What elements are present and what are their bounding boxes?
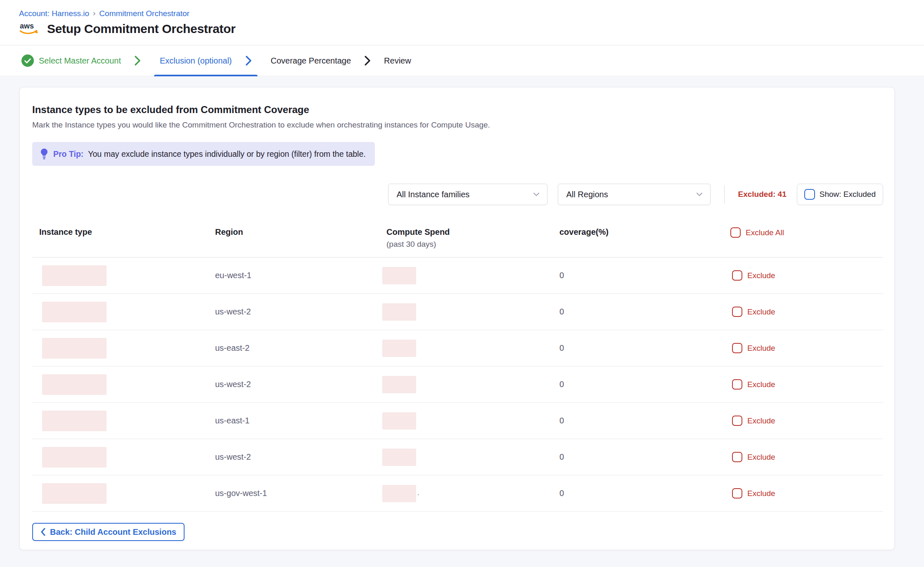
redacted-compute-spend bbox=[382, 267, 416, 284]
exclude-label: Exclude bbox=[747, 271, 775, 280]
check-circle-icon bbox=[21, 54, 34, 67]
table-header-row: Instance type Region Compute Spend (past… bbox=[32, 227, 883, 258]
filters-row: All Instance families All Regions Exclud… bbox=[32, 184, 883, 205]
table-row: us-west-2 0 Exclude bbox=[32, 294, 883, 330]
col-header-coverage: coverage(%) bbox=[552, 227, 726, 237]
exclude-checkbox[interactable] bbox=[732, 452, 742, 462]
aws-logo-icon: aws bbox=[19, 21, 40, 36]
exclude-checkbox[interactable] bbox=[732, 488, 742, 498]
exclude-all-label: Exclude All bbox=[746, 228, 784, 237]
excluded-count: Excluded: 41 bbox=[738, 190, 787, 199]
breadcrumb-page-link[interactable]: Commitment Orchestrator bbox=[99, 9, 190, 18]
protip-label: Pro Tip: bbox=[53, 149, 83, 159]
coverage-cell: 0 bbox=[552, 380, 726, 389]
exclude-label: Exclude bbox=[747, 489, 775, 498]
panel-subheading: Mark the Instance types you would like t… bbox=[32, 120, 883, 130]
col-header-region: Region bbox=[212, 227, 382, 237]
filters-divider bbox=[724, 185, 725, 203]
lightbulb-icon bbox=[40, 148, 49, 160]
breadcrumb: Account: Harness.io › Commitment Orchest… bbox=[19, 9, 924, 18]
table-row: us-gov-west-1 . 0 Exclude bbox=[32, 475, 883, 512]
coverage-cell: 0 bbox=[552, 307, 726, 317]
region-cell: us-west-2 bbox=[212, 452, 382, 462]
topbar: Account: Harness.io › Commitment Orchest… bbox=[0, 0, 924, 45]
stepper: Select Master Account Exclusion (optiona… bbox=[0, 45, 924, 76]
redacted-compute-spend bbox=[382, 449, 416, 466]
redacted-instance-type bbox=[42, 265, 107, 286]
redacted-compute-spend bbox=[382, 412, 416, 430]
show-excluded-label: Show: Excluded bbox=[820, 190, 876, 199]
svg-text:aws: aws bbox=[20, 22, 34, 30]
back-button-label: Back: Child Account Exclusions bbox=[50, 527, 176, 537]
show-excluded-checkbox[interactable] bbox=[804, 189, 815, 200]
region-cell: us-west-2 bbox=[212, 380, 382, 389]
instance-families-dropdown[interactable]: All Instance families bbox=[388, 184, 547, 205]
panel-heading: Instance types to be excluded from Commi… bbox=[32, 104, 883, 116]
exclude-label: Exclude bbox=[747, 344, 775, 353]
redacted-instance-type bbox=[42, 374, 107, 395]
exclude-checkbox[interactable] bbox=[732, 270, 742, 281]
chevron-right-icon bbox=[134, 55, 141, 66]
col-header-exclude-all: Exclude All bbox=[726, 227, 883, 238]
exclude-label: Exclude bbox=[747, 453, 775, 462]
compute-spend-title: Compute Spend bbox=[386, 227, 552, 237]
redacted-compute-spend bbox=[382, 303, 416, 321]
redacted-instance-type bbox=[42, 338, 107, 359]
redacted-instance-type bbox=[42, 302, 107, 322]
instance-families-value: All Instance families bbox=[397, 190, 470, 199]
coverage-cell: 0 bbox=[552, 416, 726, 425]
chevron-left-icon bbox=[40, 528, 45, 536]
exclude-all-checkbox[interactable] bbox=[730, 227, 741, 238]
compute-spend-subtitle: (past 30 days) bbox=[386, 240, 552, 249]
breadcrumb-account-link[interactable]: Account: Harness.io bbox=[19, 9, 89, 18]
chevron-down-icon bbox=[696, 192, 703, 196]
redacted-compute-spend bbox=[382, 485, 416, 502]
step-coverage-percentage[interactable]: Coverage Percentage bbox=[271, 56, 351, 66]
protip-text: You may exclude instance types individua… bbox=[88, 149, 365, 159]
coverage-cell: 0 bbox=[552, 343, 726, 353]
region-cell: us-east-2 bbox=[212, 343, 382, 353]
table-row: us-east-2 0 Exclude bbox=[32, 330, 883, 366]
content-area: Instance types to be excluded from Commi… bbox=[0, 77, 924, 567]
chevron-right-icon bbox=[245, 55, 252, 66]
exclude-checkbox[interactable] bbox=[732, 416, 742, 426]
step-review[interactable]: Review bbox=[384, 56, 411, 66]
back-button[interactable]: Back: Child Account Exclusions bbox=[32, 523, 185, 541]
breadcrumb-chevron-icon: › bbox=[93, 9, 95, 18]
exclude-checkbox[interactable] bbox=[732, 307, 742, 317]
table-row: us-west-2 0 Exclude bbox=[32, 439, 883, 475]
show-excluded-toggle[interactable]: Show: Excluded bbox=[797, 184, 883, 205]
exclude-label: Exclude bbox=[747, 416, 775, 425]
coverage-cell: 0 bbox=[552, 271, 726, 280]
coverage-cell: 0 bbox=[552, 452, 726, 462]
coverage-cell: 0 bbox=[552, 489, 726, 498]
region-cell: us-gov-west-1 bbox=[212, 489, 382, 498]
step-select-master-account[interactable]: Select Master Account bbox=[21, 54, 121, 67]
page-title: Setup Commitment Orchestrator bbox=[47, 22, 235, 36]
redacted-instance-type bbox=[42, 483, 107, 504]
table-row: us-west-2 0 Exclude bbox=[32, 366, 883, 403]
table-row: us-east-1 0 Exclude bbox=[32, 403, 883, 439]
redacted-instance-type bbox=[42, 411, 107, 431]
exclude-checkbox[interactable] bbox=[732, 343, 742, 353]
col-header-compute-spend: Compute Spend (past 30 days) bbox=[382, 227, 552, 249]
region-cell: us-west-2 bbox=[212, 307, 382, 317]
step-exclusion[interactable]: Exclusion (optional) bbox=[154, 45, 258, 76]
redacted-compute-spend bbox=[382, 376, 416, 393]
regions-value: All Regions bbox=[566, 190, 608, 199]
redacted-instance-type bbox=[42, 447, 107, 468]
table-row: eu-west-1 0 Exclude bbox=[32, 258, 883, 294]
exclusion-table: Instance type Region Compute Spend (past… bbox=[32, 227, 883, 512]
exclude-checkbox[interactable] bbox=[732, 379, 742, 390]
col-header-instance-type: Instance type bbox=[32, 227, 212, 237]
chevron-down-icon bbox=[533, 192, 540, 196]
exclude-label: Exclude bbox=[747, 307, 775, 317]
protip-banner: Pro Tip: You may exclude instance types … bbox=[32, 142, 375, 166]
exclude-label: Exclude bbox=[747, 380, 775, 389]
exclusion-panel: Instance types to be excluded from Commi… bbox=[19, 87, 895, 550]
region-cell: eu-west-1 bbox=[212, 271, 382, 280]
chevron-right-icon bbox=[364, 55, 371, 66]
redacted-trailing-dot: . bbox=[417, 488, 419, 497]
regions-dropdown[interactable]: All Regions bbox=[558, 184, 711, 205]
redacted-compute-spend bbox=[382, 340, 416, 357]
